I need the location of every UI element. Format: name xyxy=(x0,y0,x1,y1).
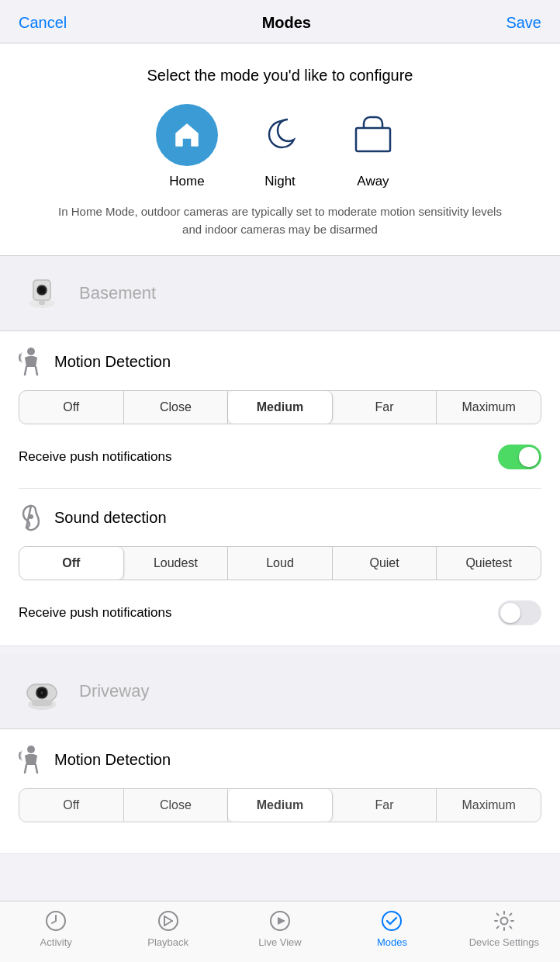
svg-point-20 xyxy=(500,918,507,925)
svg-point-14 xyxy=(27,746,35,753)
driveway-motion-person-icon xyxy=(19,745,43,774)
cancel-button[interactable]: Cancel xyxy=(19,14,67,32)
sound-quietest-button[interactable]: Quietest xyxy=(437,547,541,580)
liveview-icon xyxy=(268,909,292,933)
tab-device-settings-label: Device Settings xyxy=(469,936,539,948)
mode-description: In Home Mode, outdoor cameras are typica… xyxy=(55,203,505,238)
sound-loudest-button[interactable]: Loudest xyxy=(124,547,229,580)
motion-close-button[interactable]: Close xyxy=(124,391,229,424)
motion-person-icon xyxy=(19,347,43,376)
tab-modes[interactable]: Modes xyxy=(336,909,448,948)
sound-off-button[interactable]: Off xyxy=(19,547,124,580)
driveway-motion-title: Motion Detection xyxy=(54,751,171,769)
driveway-camera-thumbnail xyxy=(19,668,65,715)
header: Cancel Modes Save xyxy=(0,0,560,43)
motion-off-button[interactable]: Off xyxy=(19,391,124,424)
sound-sensitivity-control: Off Loudest Loud Quiet Quietest xyxy=(19,546,541,580)
home-mode-label: Home xyxy=(169,174,204,189)
mode-home[interactable]: Home xyxy=(156,104,218,189)
tab-playback-label: Playback xyxy=(147,936,188,948)
modes-icon xyxy=(380,909,403,933)
basement-motion-title: Motion Detection xyxy=(54,353,171,371)
night-mode-label: Night xyxy=(264,174,296,189)
driveway-motion-header: Motion Detection xyxy=(19,745,541,774)
tab-device-settings[interactable]: Device Settings xyxy=(448,909,560,948)
driveway-motion-close-button[interactable]: Close xyxy=(124,789,229,822)
svg-rect-0 xyxy=(356,128,390,151)
basement-sound-title: Sound detection xyxy=(54,509,167,527)
tab-bar: Activity Playback Live View Modes xyxy=(0,901,560,962)
basement-motion-detection-block: Motion Detection Off Close Medium Far Ma… xyxy=(0,331,560,646)
basement-camera-name: Basement xyxy=(79,283,156,303)
driveway-motion-medium-button[interactable]: Medium xyxy=(228,789,333,822)
sound-loud-button[interactable]: Loud xyxy=(228,547,333,580)
camera-driveway-header: Driveway xyxy=(0,654,560,729)
away-icon-outline xyxy=(342,104,404,166)
tab-activity[interactable]: Activity xyxy=(0,909,112,948)
save-button[interactable]: Save xyxy=(506,14,541,32)
tab-liveview-label: Live View xyxy=(258,936,301,948)
basement-sound-notif-toggle[interactable] xyxy=(498,600,541,625)
svg-point-16 xyxy=(159,912,178,930)
driveway-camera-name: Driveway xyxy=(79,681,149,701)
mode-away[interactable]: Away xyxy=(342,104,404,189)
page-title: Modes xyxy=(262,14,311,32)
basement-motion-notif-row: Receive push notifications xyxy=(19,440,541,474)
driveway-motion-off-button[interactable]: Off xyxy=(19,789,124,822)
driveway-motion-maximum-button[interactable]: Maximum xyxy=(437,789,541,822)
activity-icon xyxy=(44,909,67,933)
driveway-motion-detection-block: Motion Detection Off Close Medium Far Ma… xyxy=(0,729,560,854)
svg-point-4 xyxy=(39,287,45,293)
svg-point-6 xyxy=(27,348,35,355)
sound-quiet-button[interactable]: Quiet xyxy=(333,547,437,580)
playback-icon xyxy=(157,909,180,933)
svg-point-7 xyxy=(29,514,33,519)
away-mode-label: Away xyxy=(357,174,389,189)
driveway-motion-sensitivity-control: Off Close Medium Far Maximum xyxy=(19,788,541,822)
tab-activity-label: Activity xyxy=(40,936,72,948)
driveway-motion-far-button[interactable]: Far xyxy=(333,789,437,822)
sound-ear-icon xyxy=(19,503,43,532)
motion-far-button[interactable]: Far xyxy=(333,391,437,424)
toggle-knob-2 xyxy=(500,603,520,623)
mode-icons-row: Home Night Away xyxy=(19,104,541,189)
tab-modes-label: Modes xyxy=(377,936,407,948)
basement-sound-header: Sound detection xyxy=(19,503,541,532)
svg-point-19 xyxy=(382,912,401,930)
svg-rect-13 xyxy=(32,700,52,706)
home-icon-circle xyxy=(156,104,218,166)
tab-liveview[interactable]: Live View xyxy=(224,909,336,948)
svg-point-12 xyxy=(40,691,43,694)
basement-camera-thumbnail xyxy=(19,270,65,317)
basement-sound-notif-row: Receive push notifications xyxy=(19,596,541,630)
mode-selector-title: Select the mode you'd like to configure xyxy=(19,65,541,85)
basement-motion-notif-toggle[interactable] xyxy=(498,445,541,469)
toggle-knob xyxy=(519,447,539,467)
motion-medium-button[interactable]: Medium xyxy=(228,391,333,424)
camera-basement-header: Basement xyxy=(0,256,560,331)
mode-selector: Select the mode you'd like to configure … xyxy=(0,43,560,256)
basement-motion-notif-label: Receive push notifications xyxy=(19,449,172,465)
svg-marker-18 xyxy=(278,917,285,925)
svg-rect-5 xyxy=(39,300,45,305)
tab-playback[interactable]: Playback xyxy=(112,909,223,948)
divider xyxy=(19,488,541,489)
motion-maximum-button[interactable]: Maximum xyxy=(437,391,541,424)
motion-sensitivity-control: Off Close Medium Far Maximum xyxy=(19,390,541,424)
night-icon-outline xyxy=(249,104,311,166)
basement-motion-header: Motion Detection xyxy=(19,347,541,376)
mode-night[interactable]: Night xyxy=(249,104,311,189)
basement-sound-notif-label: Receive push notifications xyxy=(19,605,172,621)
device-settings-icon xyxy=(493,909,516,933)
